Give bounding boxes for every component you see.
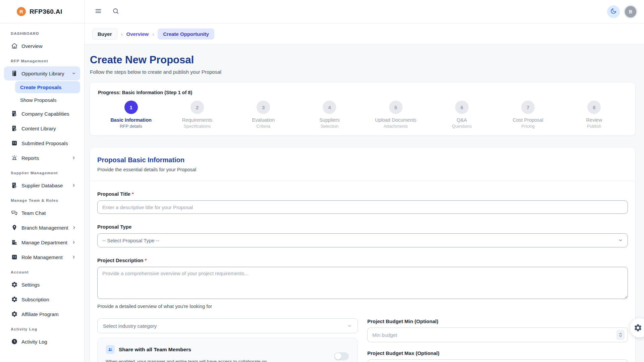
proposal-form-card: Proposal Basic Information Provide the e…: [90, 147, 636, 362]
page-subtitle: Follow the steps below to create and pub…: [90, 69, 636, 75]
sidebar-item-team-chat[interactable]: Team Chat: [4, 206, 80, 220]
chevron-down-icon: [347, 323, 352, 328]
budget-max-input[interactable]: [367, 359, 628, 362]
sidebar-subitem-create-proposals[interactable]: Create Proposals: [15, 81, 80, 93]
number-stepper-icon[interactable]: [616, 330, 625, 340]
topbar-left: [93, 5, 121, 18]
form-bottom-grid: Select industry category Share with all …: [97, 318, 628, 362]
sidebar-item-label: Branch Management: [21, 225, 68, 231]
main-content: Create New Proposal Follow the steps bel…: [85, 45, 644, 362]
sidebar-item-role-management[interactable]: Role Management: [4, 250, 80, 264]
theme-toggle-button[interactable]: [607, 5, 620, 18]
card-icon: [11, 254, 18, 260]
card-icon: [11, 140, 18, 146]
budget-min-input[interactable]: [367, 327, 628, 342]
sidebar-section-header-manage-team-roles: Manage Team & Roles: [11, 198, 77, 202]
sidebar-item-overview[interactable]: Overview: [4, 39, 80, 53]
page-title: Create New Proposal: [90, 54, 636, 66]
doc-badge-icon: [11, 182, 18, 189]
book-icon: [11, 70, 18, 77]
topbar-right: B: [607, 5, 637, 18]
step-label: Q&A: [429, 117, 495, 123]
project-description-textarea[interactable]: [97, 267, 628, 299]
sidebar-item-content-library[interactable]: Content Library: [4, 121, 80, 135]
step-upload-documents[interactable]: 5Upload DocumentsAttachments: [363, 101, 429, 129]
sidebar-item-label: Company Capablities: [21, 111, 76, 117]
chevron-right-icon: [72, 225, 76, 230]
step-label: Evaluation: [230, 117, 297, 123]
sidebar-item-settings[interactable]: Settings: [4, 278, 80, 292]
sidebar-item-company-capablities[interactable]: Company Capablities: [4, 107, 80, 121]
search-button[interactable]: [110, 5, 121, 18]
step-cost-proposal[interactable]: 7Cost ProposalPricing: [495, 101, 561, 129]
sidebar-item-activity-log[interactable]: Activity Log: [4, 335, 80, 349]
breadcrumb: Buyer › Overview › Create Opportunity: [85, 23, 644, 45]
step-label: Suppliers: [297, 117, 363, 123]
doc-badge-icon: [11, 110, 18, 117]
required-asterisk: *: [132, 191, 134, 197]
step-sublabel: RFP details: [98, 124, 164, 129]
sidebar-nav: DASHBOARDOverviewRFP ManagementOpportuni…: [0, 23, 84, 349]
required-asterisk: *: [145, 257, 147, 263]
step-sublabel: Attachments: [363, 124, 429, 129]
step-requirements[interactable]: 2RequirementsSpecifications: [164, 101, 230, 129]
proposal-title-input[interactable]: [97, 200, 628, 214]
step-sublabel: Questions: [429, 124, 495, 129]
pin-icon: [11, 224, 18, 231]
sidebar-item-label: Reports: [21, 155, 68, 161]
gear-icon: [634, 323, 644, 332]
sidebar-subitem-show-proposals[interactable]: Show Proposals: [15, 94, 80, 106]
toggle-knob: [335, 353, 341, 360]
share-team-toggle[interactable]: [334, 352, 349, 360]
sidebar-item-label: Submitted Proposals: [21, 140, 76, 146]
share-team-card: Share with all Team Members When enabled…: [97, 338, 358, 362]
step-q-a[interactable]: 6Q&AQuestions: [429, 101, 495, 129]
budget-min-label: Project Budget Min (Optional): [367, 318, 438, 324]
chevron-right-icon: [71, 156, 76, 160]
step-evaluation[interactable]: 3EvaluationCriteria: [230, 101, 297, 129]
step-review[interactable]: 8ReviewPublish: [561, 101, 627, 129]
progress-label: Progress: Basic Information (Step 1 of 8…: [98, 90, 627, 95]
step-label: Upload Documents: [363, 117, 429, 123]
chevron-right-icon: [71, 255, 76, 259]
step-sublabel: Pricing: [495, 124, 561, 129]
step-number: 2: [191, 101, 204, 114]
form-body: Proposal Title* Proposal Type -- Select …: [90, 181, 635, 362]
breadcrumb-item-overview[interactable]: Overview: [126, 31, 149, 37]
proposal-type-select[interactable]: -- Select Proposal Type --: [97, 233, 628, 247]
home-icon: [11, 43, 18, 49]
sidebar-item-manage-department[interactable]: Manage Department: [4, 235, 80, 249]
chat-icon: [11, 209, 18, 216]
form-left-column: Select industry category Share with all …: [97, 318, 358, 362]
sidebar-item-reports[interactable]: Reports: [4, 151, 80, 165]
sidebar-item-label: Affiliate Program: [21, 311, 76, 317]
sidebar-item-subscription[interactable]: Subscription: [4, 292, 80, 306]
breadcrumb-item-create-opportunity[interactable]: Create Opportunity: [158, 28, 214, 40]
clock-icon: [11, 338, 18, 345]
share-team-description: When enabled, your manager and entire te…: [106, 358, 275, 362]
sidebar-item-affiliate-program[interactable]: Affiliate Program: [4, 307, 80, 321]
sidebar-item-branch-management[interactable]: Branch Management: [4, 221, 80, 235]
sidebar: R RFP360.AI DASHBOARDOverviewRFP Managem…: [0, 0, 85, 362]
topbar: B: [85, 0, 644, 23]
hamburger-menu-button[interactable]: [93, 5, 104, 18]
proposal-type-value: -- Select Proposal Type --: [102, 238, 159, 243]
form-header: Proposal Basic Information Provide the e…: [90, 156, 635, 172]
user-avatar[interactable]: B: [624, 5, 637, 18]
sidebar-item-label: Activity Log: [21, 339, 76, 345]
gear-icon: [11, 311, 18, 317]
sidebar-section-header-rfp-management: RFP Management: [11, 59, 77, 63]
industry-category-select[interactable]: Select industry category: [97, 318, 358, 333]
step-suppliers[interactable]: 4SuppliersSelection: [297, 101, 363, 129]
building-icon: [11, 239, 18, 246]
step-sublabel: Criteria: [230, 124, 297, 129]
sidebar-item-opportunity-library[interactable]: Opportunity Library: [4, 66, 80, 80]
sidebar-item-submitted-proposals[interactable]: Submitted Proposals: [4, 136, 80, 150]
sidebar-item-supplier-database[interactable]: Supplier Database: [4, 178, 80, 192]
project-description-field: Project Description* Provide a detailed …: [97, 257, 628, 309]
step-label: Requirements: [164, 117, 230, 123]
step-number: 5: [389, 101, 402, 114]
step-basic-information[interactable]: 1Basic InformationRFP details: [98, 101, 164, 129]
breadcrumb-item-buyer[interactable]: Buyer: [92, 28, 117, 40]
doc-badge-icon: [11, 125, 18, 132]
